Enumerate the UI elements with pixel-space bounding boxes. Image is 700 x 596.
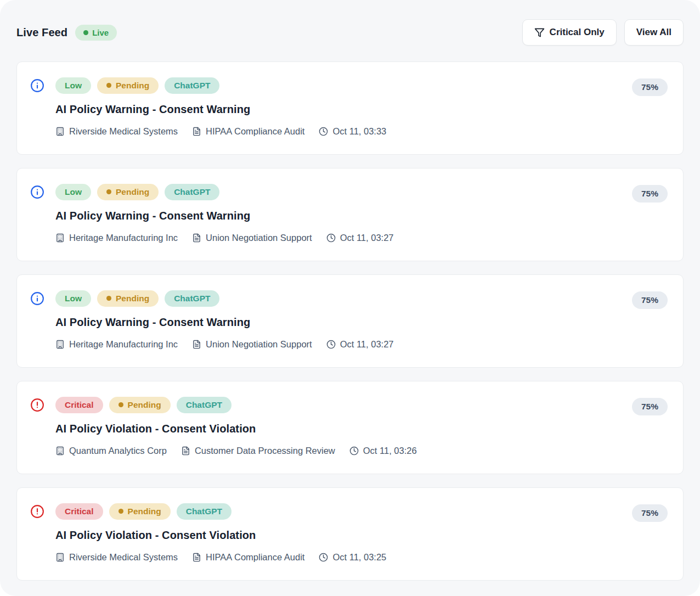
timestamp-meta: Oct 11, 03:33 [319,126,386,137]
badge-row: Low Pending ChatGPT [55,184,621,200]
status-dot-icon [106,189,111,194]
building-icon [55,340,65,349]
confidence-badge: 75% [632,504,668,522]
feed-card[interactable]: Critical Pending ChatGPT AI Policy Viola… [16,381,684,474]
document-icon [192,233,201,243]
building-icon [55,553,65,562]
card-body: Low Pending ChatGPT AI Policy Warning - … [55,184,621,243]
severity-icon [30,291,44,306]
project-meta: HIPAA Compliance Audit [192,126,304,137]
status-badge: Pending [97,77,159,93]
company-name: Riverside Medical Systems [69,552,178,563]
badge-row: Critical Pending ChatGPT [55,503,621,520]
source-badge: ChatGPT [165,290,219,306]
critical-only-label: Critical Only [550,27,605,38]
timestamp-meta: Oct 11, 03:27 [326,233,394,243]
card-body: Low Pending ChatGPT AI Policy Warning - … [55,77,621,137]
card-body: Critical Pending ChatGPT AI Policy Viola… [55,503,621,563]
clock-icon [326,340,336,349]
project-name: HIPAA Compliance Audit [206,126,304,137]
severity-icon [30,398,44,412]
source-badge: ChatGPT [165,184,219,200]
info-circle-icon [30,185,44,199]
status-dot-icon [118,402,123,407]
building-icon [55,446,65,456]
severity-badge: Low [55,184,91,200]
meta-row: Heritage Manufacturing Inc Union Negotia… [55,233,621,243]
document-icon [192,127,201,136]
badge-row: Low Pending ChatGPT [55,290,621,307]
building-icon [55,127,65,136]
confidence-badge: 75% [632,291,668,309]
meta-row: Riverside Medical Systems HIPAA Complian… [55,552,621,563]
filter-funnel-icon [534,27,545,38]
status-badge: Pending [97,290,159,306]
info-circle-icon [30,78,44,93]
card-body: Critical Pending ChatGPT AI Policy Viola… [55,397,621,456]
timestamp-meta: Oct 11, 03:25 [319,552,386,563]
document-icon [192,553,201,562]
status-dot-icon [118,509,123,514]
timestamp: Oct 11, 03:27 [340,339,394,350]
project-meta: Customer Data Processing Review [181,446,335,456]
confidence-badge: 75% [632,398,668,415]
timestamp: Oct 11, 03:26 [363,446,417,456]
feed-card[interactable]: Critical Pending ChatGPT AI Policy Viola… [16,487,684,581]
feed-list: Low Pending ChatGPT AI Policy Warning - … [16,61,684,581]
company-name: Quantum Analytics Corp [69,446,167,456]
severity-badge: Low [55,290,91,306]
alert-title: AI Policy Warning - Consent Warning [55,210,621,222]
company-meta: Riverside Medical Systems [55,126,178,137]
status-badge: Pending [97,184,159,200]
company-meta: Quantum Analytics Corp [55,446,167,456]
status-badge-label: Pending [128,507,161,516]
alert-title: AI Policy Warning - Consent Warning [55,103,621,116]
timestamp: Oct 11, 03:25 [332,552,386,563]
document-icon [181,446,190,456]
live-badge-label: Live [92,28,109,37]
company-name: Heritage Manufacturing Inc [69,233,178,243]
alert-circle-icon [30,398,44,412]
live-status-badge: Live [75,25,117,41]
meta-row: Quantum Analytics Corp Customer Data Pro… [55,446,621,456]
status-badge: Pending [109,397,171,413]
severity-badge: Low [55,77,91,93]
company-name: Heritage Manufacturing Inc [69,339,178,350]
source-badge: ChatGPT [177,397,232,413]
critical-only-button[interactable]: Critical Only [522,19,617,46]
building-icon [55,233,65,243]
header-left: Live Feed Live [16,25,117,41]
company-meta: Riverside Medical Systems [55,552,178,563]
timestamp: Oct 11, 03:33 [332,126,386,137]
source-badge: ChatGPT [165,77,219,93]
view-all-button[interactable]: View All [624,19,684,46]
timestamp: Oct 11, 03:27 [340,233,394,243]
feed-card[interactable]: Low Pending ChatGPT AI Policy Warning - … [16,168,684,261]
alert-title: AI Policy Warning - Consent Warning [55,316,621,329]
severity-badge: Critical [55,503,103,519]
clock-icon [319,127,328,136]
clock-icon [349,446,359,456]
document-icon [192,340,201,349]
severity-icon [30,504,44,519]
severity-badge: Critical [55,397,103,413]
feed-card[interactable]: Low Pending ChatGPT AI Policy Warning - … [16,274,684,368]
status-badge-label: Pending [116,294,149,303]
confidence-badge: 75% [632,78,668,96]
meta-row: Riverside Medical Systems HIPAA Complian… [55,126,621,137]
feed-card[interactable]: Low Pending ChatGPT AI Policy Warning - … [16,61,684,155]
source-badge: ChatGPT [177,503,232,519]
card-body: Low Pending ChatGPT AI Policy Warning - … [55,290,621,350]
page-title: Live Feed [16,26,67,39]
badge-row: Critical Pending ChatGPT [55,397,621,413]
project-name: Customer Data Processing Review [195,446,335,456]
status-badge-label: Pending [128,400,161,409]
view-all-label: View All [636,27,671,38]
company-meta: Heritage Manufacturing Inc [55,233,178,243]
status-badge: Pending [109,503,171,519]
header-actions: Critical Only View All [522,19,684,46]
clock-icon [319,553,328,562]
timestamp-meta: Oct 11, 03:27 [326,339,394,350]
project-name: HIPAA Compliance Audit [206,552,304,563]
alert-circle-icon [30,504,44,519]
